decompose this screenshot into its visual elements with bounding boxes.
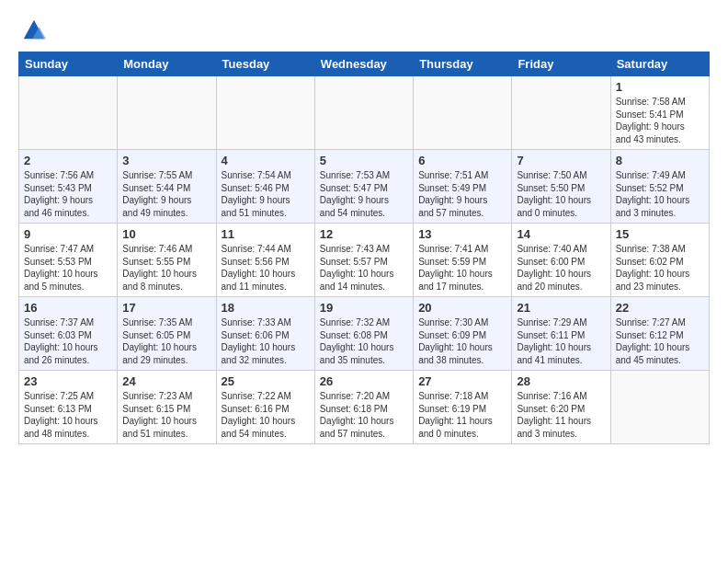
logo — [18, 20, 46, 42]
day-number: 12 — [320, 227, 408, 241]
calendar-cell: 8Sunrise: 7:49 AM Sunset: 5:52 PM Daylig… — [610, 150, 709, 224]
calendar-cell: 16Sunrise: 7:37 AM Sunset: 6:03 PM Dayli… — [19, 297, 118, 371]
calendar-cell — [512, 76, 610, 150]
calendar-cell: 12Sunrise: 7:43 AM Sunset: 5:57 PM Dayli… — [314, 224, 413, 297]
day-number: 9 — [24, 227, 112, 241]
day-number: 24 — [122, 374, 210, 388]
day-info: Sunrise: 7:30 AM Sunset: 6:09 PM Dayligh… — [418, 316, 506, 366]
day-info: Sunrise: 7:23 AM Sunset: 6:15 PM Dayligh… — [122, 390, 210, 440]
calendar-header-sunday: Sunday — [19, 52, 118, 76]
calendar-week-row: 23Sunrise: 7:25 AM Sunset: 6:13 PM Dayli… — [19, 371, 710, 444]
day-info: Sunrise: 7:54 AM Sunset: 5:46 PM Dayligh… — [222, 169, 310, 219]
day-number: 28 — [517, 374, 605, 388]
calendar-cell: 28Sunrise: 7:16 AM Sunset: 6:20 PM Dayli… — [512, 371, 610, 444]
day-info: Sunrise: 7:33 AM Sunset: 6:06 PM Dayligh… — [222, 316, 310, 366]
calendar-cell — [118, 76, 216, 150]
calendar-week-row: 2Sunrise: 7:56 AM Sunset: 5:43 PM Daylig… — [19, 150, 710, 224]
day-info: Sunrise: 7:20 AM Sunset: 6:18 PM Dayligh… — [320, 390, 408, 440]
day-number: 21 — [517, 301, 605, 315]
day-number: 18 — [222, 301, 310, 315]
header — [18, 17, 710, 42]
day-number: 7 — [517, 154, 605, 167]
calendar-cell: 23Sunrise: 7:25 AM Sunset: 6:13 PM Dayli… — [19, 371, 118, 444]
day-info: Sunrise: 7:25 AM Sunset: 6:13 PM Dayligh… — [24, 390, 112, 440]
calendar-cell: 9Sunrise: 7:47 AM Sunset: 5:53 PM Daylig… — [19, 224, 118, 297]
day-info: Sunrise: 7:47 AM Sunset: 5:53 PM Dayligh… — [24, 243, 112, 293]
calendar-cell: 21Sunrise: 7:29 AM Sunset: 6:11 PM Dayli… — [512, 297, 610, 371]
calendar-header-monday: Monday — [118, 52, 216, 76]
day-number: 8 — [616, 154, 704, 167]
calendar-cell: 20Sunrise: 7:30 AM Sunset: 6:09 PM Dayli… — [414, 297, 512, 371]
calendar-cell: 24Sunrise: 7:23 AM Sunset: 6:15 PM Dayli… — [118, 371, 216, 444]
calendar-week-row: 16Sunrise: 7:37 AM Sunset: 6:03 PM Dayli… — [19, 297, 710, 371]
calendar-cell: 27Sunrise: 7:18 AM Sunset: 6:19 PM Dayli… — [414, 371, 512, 444]
calendar-cell: 17Sunrise: 7:35 AM Sunset: 6:05 PM Dayli… — [118, 297, 216, 371]
day-number: 26 — [320, 374, 408, 388]
day-number: 16 — [24, 301, 112, 315]
day-info: Sunrise: 7:32 AM Sunset: 6:08 PM Dayligh… — [320, 316, 408, 366]
day-number: 4 — [222, 154, 310, 167]
calendar-cell: 25Sunrise: 7:22 AM Sunset: 6:16 PM Dayli… — [216, 371, 314, 444]
day-number: 13 — [418, 227, 506, 241]
day-number: 22 — [616, 301, 704, 315]
page: SundayMondayTuesdayWednesdayThursdayFrid… — [0, 0, 728, 454]
calendar-cell: 7Sunrise: 7:50 AM Sunset: 5:50 PM Daylig… — [512, 150, 610, 224]
calendar-cell: 18Sunrise: 7:33 AM Sunset: 6:06 PM Dayli… — [216, 297, 314, 371]
calendar-header-tuesday: Tuesday — [216, 52, 314, 76]
calendar-cell: 15Sunrise: 7:38 AM Sunset: 6:02 PM Dayli… — [610, 224, 709, 297]
day-info: Sunrise: 7:35 AM Sunset: 6:05 PM Dayligh… — [122, 316, 210, 366]
day-info: Sunrise: 7:51 AM Sunset: 5:49 PM Dayligh… — [418, 169, 506, 219]
day-info: Sunrise: 7:38 AM Sunset: 6:02 PM Dayligh… — [616, 243, 704, 293]
day-info: Sunrise: 7:18 AM Sunset: 6:19 PM Dayligh… — [418, 390, 506, 440]
calendar-header-wednesday: Wednesday — [314, 52, 413, 76]
calendar-header-saturday: Saturday — [610, 52, 709, 76]
day-info: Sunrise: 7:27 AM Sunset: 6:12 PM Dayligh… — [616, 316, 704, 366]
day-number: 23 — [24, 374, 112, 388]
day-info: Sunrise: 7:49 AM Sunset: 5:52 PM Dayligh… — [616, 169, 704, 219]
day-number: 17 — [122, 301, 210, 315]
day-number: 6 — [418, 154, 506, 167]
day-number: 15 — [616, 227, 704, 241]
day-info: Sunrise: 7:46 AM Sunset: 5:55 PM Dayligh… — [122, 243, 210, 293]
day-number: 27 — [418, 374, 506, 388]
day-info: Sunrise: 7:40 AM Sunset: 6:00 PM Dayligh… — [517, 243, 605, 293]
logo-icon — [20, 17, 46, 42]
calendar-cell — [19, 76, 118, 150]
day-number: 14 — [517, 227, 605, 241]
day-info: Sunrise: 7:16 AM Sunset: 6:20 PM Dayligh… — [517, 390, 605, 440]
day-info: Sunrise: 7:22 AM Sunset: 6:16 PM Dayligh… — [222, 390, 310, 440]
calendar-cell: 13Sunrise: 7:41 AM Sunset: 5:59 PM Dayli… — [414, 224, 512, 297]
day-info: Sunrise: 7:41 AM Sunset: 5:59 PM Dayligh… — [418, 243, 506, 293]
day-number: 25 — [222, 374, 310, 388]
day-info: Sunrise: 7:55 AM Sunset: 5:44 PM Dayligh… — [122, 169, 210, 219]
day-number: 10 — [122, 227, 210, 241]
calendar-header-row: SundayMondayTuesdayWednesdayThursdayFrid… — [19, 52, 710, 76]
calendar-cell — [216, 76, 314, 150]
calendar-header-thursday: Thursday — [414, 52, 512, 76]
calendar-cell: 3Sunrise: 7:55 AM Sunset: 5:44 PM Daylig… — [118, 150, 216, 224]
calendar-cell: 1Sunrise: 7:58 AM Sunset: 5:41 PM Daylig… — [610, 76, 709, 150]
day-info: Sunrise: 7:37 AM Sunset: 6:03 PM Dayligh… — [24, 316, 112, 366]
day-number: 19 — [320, 301, 408, 315]
day-number: 2 — [24, 154, 112, 167]
day-info: Sunrise: 7:58 AM Sunset: 5:41 PM Dayligh… — [616, 96, 704, 145]
day-info: Sunrise: 7:29 AM Sunset: 6:11 PM Dayligh… — [517, 316, 605, 366]
calendar-header-friday: Friday — [512, 52, 610, 76]
calendar-cell — [314, 76, 413, 150]
calendar-cell — [414, 76, 512, 150]
day-info: Sunrise: 7:53 AM Sunset: 5:47 PM Dayligh… — [320, 169, 408, 219]
day-number: 1 — [616, 80, 704, 94]
day-info: Sunrise: 7:43 AM Sunset: 5:57 PM Dayligh… — [320, 243, 408, 293]
day-number: 5 — [320, 154, 408, 167]
calendar-cell — [610, 371, 709, 444]
day-number: 11 — [222, 227, 310, 241]
calendar-table: SundayMondayTuesdayWednesdayThursdayFrid… — [18, 52, 710, 444]
calendar-week-row: 1Sunrise: 7:58 AM Sunset: 5:41 PM Daylig… — [19, 76, 710, 150]
calendar-cell: 26Sunrise: 7:20 AM Sunset: 6:18 PM Dayli… — [314, 371, 413, 444]
calendar-cell: 6Sunrise: 7:51 AM Sunset: 5:49 PM Daylig… — [414, 150, 512, 224]
calendar-cell: 5Sunrise: 7:53 AM Sunset: 5:47 PM Daylig… — [314, 150, 413, 224]
day-info: Sunrise: 7:56 AM Sunset: 5:43 PM Dayligh… — [24, 169, 112, 219]
calendar-week-row: 9Sunrise: 7:47 AM Sunset: 5:53 PM Daylig… — [19, 224, 710, 297]
day-number: 20 — [418, 301, 506, 315]
calendar-cell: 19Sunrise: 7:32 AM Sunset: 6:08 PM Dayli… — [314, 297, 413, 371]
